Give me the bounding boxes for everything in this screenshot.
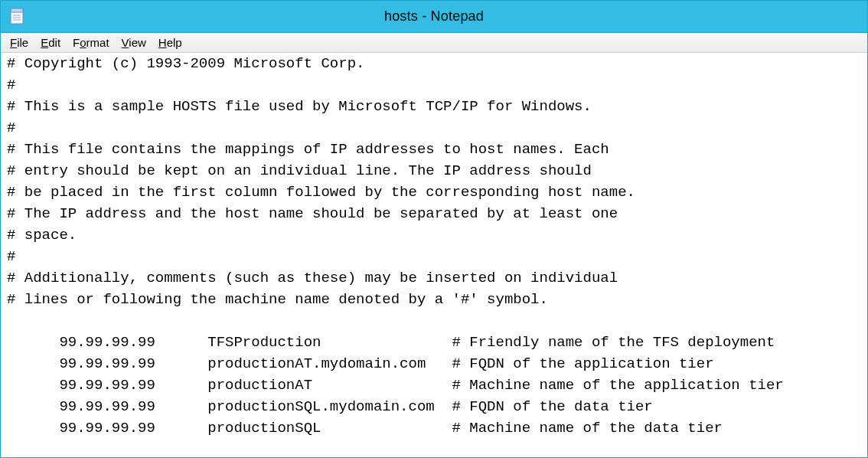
editor-content[interactable]: # Copyright (c) 1993-2009 Microsoft Corp… (7, 53, 867, 439)
menu-file[interactable]: File (4, 35, 34, 50)
menu-help[interactable]: Help (152, 35, 188, 50)
text-editor[interactable]: # Copyright (c) 1993-2009 Microsoft Corp… (1, 53, 867, 457)
menu-view[interactable]: View (116, 35, 152, 50)
svg-rect-1 (11, 8, 23, 12)
notepad-app-icon (7, 5, 28, 27)
menu-format[interactable]: Format (67, 35, 116, 50)
titlebar[interactable]: hosts - Notepad (1, 1, 867, 33)
menu-edit[interactable]: Edit (34, 35, 67, 50)
window-title: hosts - Notepad (384, 8, 484, 25)
menubar: File Edit Format View Help (1, 33, 867, 53)
notepad-window: hosts - Notepad File Edit Format View He… (0, 0, 868, 458)
